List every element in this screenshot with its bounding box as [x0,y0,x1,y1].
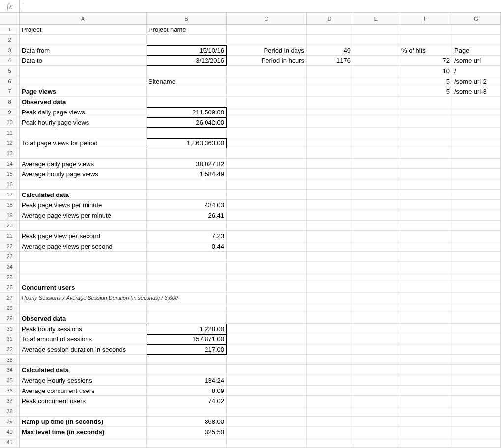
row-header-33[interactable]: 33 [0,355,20,365]
cell-f34[interactable] [399,365,452,375]
cell-f10[interactable] [399,117,452,128]
cell-b23[interactable] [147,252,227,262]
cell-f6[interactable]: 5 [399,76,452,86]
cell-a24[interactable] [20,262,147,272]
cell-b4[interactable]: 3/12/2016 [147,56,227,66]
cell-b1[interactable]: Project name [147,25,227,35]
formula-input[interactable] [26,0,501,12]
cell-b11[interactable] [147,128,227,138]
cell-f40[interactable] [399,427,452,437]
cell-g39[interactable] [452,417,501,427]
cell-g4[interactable]: /some-url [452,56,501,66]
cell-c33[interactable] [227,355,307,365]
cell-e21[interactable] [353,231,399,241]
cell-a19[interactable]: Average page views per minute [20,210,147,221]
cell-g3[interactable]: Page [452,45,501,56]
cell-b33[interactable] [147,355,227,365]
row-header-36[interactable]: 36 [0,386,20,396]
cell-b15[interactable]: 1,584.49 [147,169,227,179]
cell-c36[interactable] [227,386,307,396]
cell-g11[interactable] [452,128,501,138]
cell-f16[interactable] [399,179,452,190]
cell-g35[interactable] [452,375,501,386]
row-header-2[interactable]: 2 [0,35,20,45]
spreadsheet-grid[interactable]: ABCDEFG1ProjectProject name23Data from15… [0,13,501,448]
cell-d4[interactable]: 1176 [307,56,353,66]
cell-a35[interactable]: Average Hourly sessions [20,375,147,386]
cell-f14[interactable] [399,159,452,169]
cell-c25[interactable] [227,272,307,282]
cell-f3[interactable]: % of hits [399,45,452,56]
cell-c22[interactable] [227,241,307,252]
cell-b10[interactable]: 26,042.00 [147,117,227,128]
cell-e9[interactable] [353,107,399,117]
cell-c7[interactable] [227,86,307,97]
cell-g2[interactable] [452,35,501,45]
cell-e36[interactable] [353,386,399,396]
cell-a10[interactable]: Peak hourly page views [20,117,147,128]
cell-f22[interactable] [399,241,452,252]
cell-c38[interactable] [227,406,307,417]
cell-f36[interactable] [399,386,452,396]
cell-g26[interactable] [452,282,501,293]
row-header-23[interactable]: 23 [0,252,20,262]
cell-g14[interactable] [452,159,501,169]
cell-b5[interactable] [147,66,227,76]
cell-a22[interactable]: Average page views per second [20,241,147,252]
cell-g15[interactable] [452,169,501,179]
cell-e8[interactable] [353,97,399,107]
cell-f30[interactable] [399,324,452,334]
cell-e20[interactable] [353,221,399,231]
cell-c13[interactable] [227,148,307,159]
cell-f41[interactable] [399,437,452,448]
cell-c3[interactable]: Period in days [227,45,307,56]
cell-g27[interactable] [452,293,501,303]
cell-d34[interactable] [307,365,353,375]
cell-d19[interactable] [307,210,353,221]
cell-c14[interactable] [227,159,307,169]
cell-e30[interactable] [353,324,399,334]
cell-g32[interactable] [452,344,501,355]
cell-c28[interactable] [227,303,307,313]
cell-a21[interactable]: Peak page view per second [20,231,147,241]
cell-a14[interactable]: Average daily page views [20,159,147,169]
cell-d39[interactable] [307,417,353,427]
cell-b6[interactable]: Sitename [147,76,227,86]
row-header-28[interactable]: 28 [0,303,20,313]
cell-b30[interactable]: 1,228.00 [147,324,227,334]
cell-g19[interactable] [452,210,501,221]
row-header-37[interactable]: 37 [0,396,20,406]
cell-g38[interactable] [452,406,501,417]
cell-c10[interactable] [227,117,307,128]
cell-d16[interactable] [307,179,353,190]
cell-c19[interactable] [227,210,307,221]
row-header-17[interactable]: 17 [0,190,20,200]
cell-f1[interactable] [399,25,452,35]
cell-c41[interactable] [227,437,307,448]
cell-e2[interactable] [353,35,399,45]
cell-f17[interactable] [399,190,452,200]
cell-d1[interactable] [307,25,353,35]
cell-e22[interactable] [353,241,399,252]
cell-a29[interactable]: Observed data [20,313,147,324]
cell-a38[interactable] [20,406,147,417]
row-header-39[interactable]: 39 [0,417,20,427]
cell-b28[interactable] [147,303,227,313]
cell-e27[interactable] [353,293,399,303]
row-header-3[interactable]: 3 [0,45,20,56]
cell-b38[interactable] [147,406,227,417]
column-header-f[interactable]: F [399,13,452,25]
cell-a37[interactable]: Peak concurrent users [20,396,147,406]
cell-e39[interactable] [353,417,399,427]
cell-a8[interactable]: Observed data [20,97,147,107]
cell-a2[interactable] [20,35,147,45]
cell-f19[interactable] [399,210,452,221]
cell-e7[interactable] [353,86,399,97]
cell-e28[interactable] [353,303,399,313]
cell-b40[interactable]: 325.50 [147,427,227,437]
row-header-22[interactable]: 22 [0,241,20,252]
cell-a32[interactable]: Average session duration in seconds [20,344,147,355]
cell-c24[interactable] [227,262,307,272]
cell-b21[interactable]: 7.23 [147,231,227,241]
cell-e6[interactable] [353,76,399,86]
